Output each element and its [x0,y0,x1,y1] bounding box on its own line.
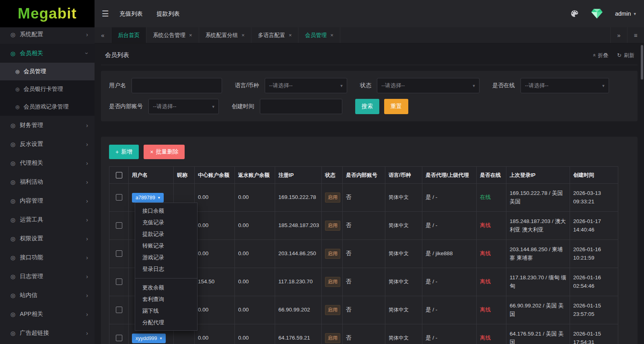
internal-cell: 否 [343,212,385,240]
close-icon[interactable]: × [330,32,333,38]
menu-item[interactable]: 接口余额 [135,205,197,217]
sidebar-item[interactable]: ◎会员相关› [0,44,95,63]
chevron-icon: › [86,273,88,280]
row-checkbox[interactable] [116,307,122,313]
center-balance-cell: 0.00 [195,184,235,212]
menu-item[interactable]: 套利查询 [135,293,197,305]
row-checkbox[interactable] [116,194,122,201]
sidebar-subitem[interactable]: ◎会员管理 [0,63,95,80]
internal-cell: 否 [343,184,385,212]
tab[interactable]: 会员管理× [298,27,340,43]
username-label: xyydd999 [136,336,157,341]
menu-item[interactable]: 更改余额 [135,282,197,293]
row-checkbox[interactable] [116,278,122,285]
column-header: 上次登录IP [506,167,570,184]
menu-item[interactable]: 转账记录 [135,240,197,252]
internal-select[interactable]: --请选择-- ▾ [148,99,219,114]
agent-cell: 是 / - [422,296,477,324]
select-all-checkbox[interactable] [116,172,122,178]
user-menu[interactable]: admin ▾ [615,10,636,17]
status-cell: 启用 [322,268,343,296]
tabs-scroll-left-icon[interactable]: « [95,27,111,43]
last-login-ip-cell: 64.176.59.21 / 美国 美国 [506,324,570,344]
row-checkbox[interactable] [116,222,122,229]
nav-item[interactable]: 充值列表 [119,10,143,18]
sidebar-subitem[interactable]: ◎会员游戏记录管理 [0,98,95,116]
sidebar-item[interactable]: ◎权限设置› [0,229,95,248]
status-badge: 启用 [325,192,340,203]
tab[interactable]: 系统公告管理× [146,27,199,43]
tab[interactable]: 后台首页 [111,27,146,43]
reset-button[interactable]: 重置 [384,99,408,114]
status-select[interactable]: --请选择-- ▾ [377,78,479,93]
gem-icon[interactable] [590,8,604,20]
language-select[interactable]: --请选择-- ▾ [265,78,347,93]
window-scrollbar[interactable] [641,45,643,80]
logo[interactable]: Megabit [0,0,95,27]
tab[interactable]: 多语言配置× [251,27,298,43]
sidebar-item[interactable]: ◎反水设置› [0,135,95,154]
username-dropdown-button[interactable]: xyydd999▾ [132,334,166,343]
sidebar-item[interactable]: ◎福利活动› [0,172,95,191]
created-time-input[interactable] [260,99,342,114]
nav-item[interactable]: 提款列表 [156,10,180,18]
username-input[interactable] [132,78,222,93]
sidebar-item[interactable]: ◎APP相关› [0,305,95,324]
hamburger-icon[interactable]: ☰ [95,0,116,27]
close-icon[interactable]: × [289,32,292,38]
tab-list: 后台首页系统公告管理×系统配置分组×多语言配置×会员管理× [111,27,610,43]
add-button[interactable]: + 新增 [109,145,139,159]
online-status: 离线 [480,307,491,313]
created-time-cell: 2026-01-15 23:57:05 [570,296,618,324]
sidebar-item[interactable]: ◎内容管理› [0,191,95,210]
language-cell: 简体中文 [385,212,422,240]
tabs-menu-icon[interactable]: ≡ [627,27,644,43]
internal-cell: 否 [343,324,385,344]
batch-delete-button[interactable]: × 批量删除 [144,145,185,159]
tab[interactable]: 系统配置分组× [199,27,252,43]
language-cell: 简体中文 [385,240,422,268]
column-header: 是否在线 [477,167,506,184]
sidebar-item[interactable]: ◎系统配置› [0,27,95,44]
menu-item[interactable]: 分配代理 [135,317,197,328]
sidebar-item-label: APP相关 [20,310,43,318]
collapse-button[interactable]: » 折叠 [593,52,608,59]
sidebar-submenu: ◎会员管理◎会员银行卡管理◎会员游戏记录管理 [0,63,95,116]
menu-item[interactable]: 游戏记录 [135,252,197,263]
chevron-icon: › [86,122,88,129]
menu-item[interactable]: 踢下线 [135,305,197,317]
row-checkbox[interactable] [116,250,122,257]
sidebar-item[interactable]: ◎站内信› [0,286,95,305]
internal-cell: 否 [343,240,385,268]
menu-item[interactable]: 登录日志 [135,263,197,275]
sidebar: ◎系统配置›◎会员相关›◎会员管理◎会员银行卡管理◎会员游戏记录管理◎财务管理›… [0,27,95,344]
close-icon[interactable]: × [189,32,192,38]
rebate-balance-cell: 0.00 [235,212,275,240]
chevron-icon: › [86,178,88,185]
logo-text: Megabit [18,5,77,22]
sidebar-item-label: 代理相关 [20,159,43,167]
sidebar-item[interactable]: ◎接口功能› [0,248,95,267]
row-select-cell [109,212,129,240]
center-balance-cell: 0.00 [195,212,235,240]
row-checkbox[interactable] [116,335,122,341]
sidebar-subitem[interactable]: ◎会员银行卡管理 [0,80,95,98]
language-label: 简体中文 [389,335,409,341]
refresh-button[interactable]: ↻ 刷新 [617,52,634,59]
sidebar-item[interactable]: ◎财务管理› [0,116,95,135]
sidebar-item[interactable]: ◎运营工具› [0,210,95,229]
username-dropdown-button[interactable]: a789789▾ [132,193,164,203]
table-actions: + 新增 × 批量删除 [109,145,630,159]
close-icon[interactable]: × [242,32,245,38]
sidebar-item[interactable]: ◎日志管理› [0,267,95,286]
filter-status: 状态 --请选择-- ▾ [360,78,479,93]
theme-palette-icon[interactable] [570,9,579,18]
column-header: 创建时间 [570,167,618,184]
sidebar-item[interactable]: ◎广告超链接› [0,324,95,342]
sidebar-item[interactable]: ◎代理相关› [0,154,95,172]
menu-item[interactable]: 提款记录 [135,228,197,240]
menu-item[interactable]: 充值记录 [135,217,197,228]
search-button[interactable]: 搜索 [355,99,379,114]
online-select[interactable]: --请选择-- ▾ [521,78,609,93]
tabs-scroll-right-icon[interactable]: » [610,27,627,43]
